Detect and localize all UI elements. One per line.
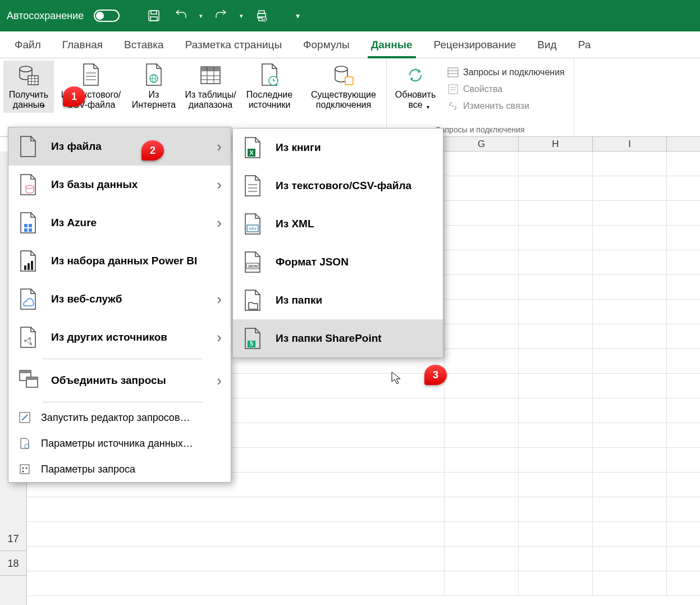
svg-rect-40 <box>28 263 30 270</box>
menu-from-database[interactable]: Из базы данных <box>8 166 231 204</box>
list-icon <box>447 67 459 78</box>
column-header[interactable]: H <box>519 137 593 151</box>
file-text-icon <box>243 175 262 197</box>
db-link-icon <box>331 63 356 88</box>
svg-rect-36 <box>29 224 32 227</box>
link-icon <box>447 100 459 112</box>
menu-from-web-services[interactable]: Из веб-служб <box>8 280 231 318</box>
chevron-down-icon: ▾ <box>42 103 45 109</box>
svg-point-34 <box>26 185 34 189</box>
menu-query-params[interactable]: Параметры запроса <box>8 456 231 482</box>
file-clock-icon <box>257 63 282 88</box>
props-icon <box>447 84 459 95</box>
query-params-icon <box>19 463 31 475</box>
save-icon[interactable] <box>145 7 162 24</box>
queries-connections-button[interactable]: Запросы и подключения <box>447 64 565 81</box>
tab-page-layout[interactable]: Разметка страницы <box>176 33 291 58</box>
file-web-icon <box>141 63 166 88</box>
combine-icon <box>19 369 38 392</box>
submenu-from-workbook[interactable]: X Из книги <box>233 129 443 167</box>
qat-customize-icon[interactable]: ▾ <box>296 11 300 20</box>
existing-connections-button[interactable]: Существующие подключения <box>304 61 383 113</box>
submenu-from-json[interactable]: JSON Формат JSON <box>233 243 443 281</box>
tab-file[interactable]: Файл <box>6 33 50 58</box>
menu-from-other[interactable]: Из других источников <box>8 318 231 356</box>
properties-button[interactable]: Свойства <box>447 81 565 98</box>
svg-text:X: X <box>249 149 254 156</box>
file-cloud-icon <box>19 288 38 310</box>
refresh-all-button[interactable]: Обновить все ▾ <box>390 61 441 118</box>
menu-source-params[interactable]: Параметры источника данных… <box>8 430 231 456</box>
menu-from-file[interactable]: Из файла <box>8 127 231 166</box>
autosave-toggle[interactable] <box>94 10 120 22</box>
svg-rect-27 <box>345 77 353 85</box>
file-azure-icon <box>19 212 38 234</box>
ribbon: Получить данные ▾ Из текстового/ CSV-фай… <box>0 58 700 137</box>
tab-formulas[interactable]: Формулы <box>294 33 359 58</box>
svg-rect-48 <box>26 377 38 380</box>
svg-text:JSON: JSON <box>248 264 258 268</box>
file-icon <box>19 135 38 158</box>
file-folder-icon <box>243 289 262 311</box>
badge-1: 1 <box>63 86 85 107</box>
svg-point-52 <box>22 467 24 469</box>
tab-extra[interactable]: Ра <box>569 33 600 58</box>
redo-dropdown-icon[interactable]: ▾ <box>240 12 243 20</box>
database-icon <box>16 63 41 88</box>
from-table-button[interactable]: Из таблицы/ диапазона <box>181 61 240 113</box>
row-header[interactable]: 18 <box>0 551 26 576</box>
menu-from-powerbi[interactable]: Из набора данных Power BI <box>8 242 231 280</box>
badge-2: 2 <box>141 140 164 161</box>
column-header[interactable]: G <box>445 137 519 151</box>
file-db-icon <box>19 173 38 196</box>
svg-point-54 <box>22 471 24 473</box>
svg-rect-37 <box>24 228 28 232</box>
redo-icon[interactable] <box>213 7 230 24</box>
undo-dropdown-icon[interactable]: ▾ <box>199 12 203 20</box>
tab-view[interactable]: Вид <box>528 33 565 58</box>
svg-rect-4 <box>259 11 264 13</box>
tab-insert[interactable]: Вставка <box>115 33 173 58</box>
ribbon-tabs: Файл Главная Вставка Разметка страницы Ф… <box>0 31 700 58</box>
svg-rect-20 <box>201 67 220 71</box>
row-header[interactable]: 17 <box>0 526 26 551</box>
edit-links-button[interactable]: Изменить связи <box>447 98 565 114</box>
svg-rect-1 <box>151 11 157 14</box>
menu-launch-editor[interactable]: Запустить редактор запросов… <box>8 405 231 430</box>
recent-sources-button[interactable]: Последние источники <box>241 61 298 113</box>
get-data-menu: Из файла Из базы данных Из Azure Из набо… <box>8 127 231 483</box>
file-json-icon: JSON <box>243 251 262 273</box>
file-other-icon <box>19 326 38 349</box>
tab-home[interactable]: Главная <box>53 33 112 58</box>
print-icon[interactable] <box>253 7 270 24</box>
menu-from-azure[interactable]: Из Azure <box>8 204 231 242</box>
cursor-icon <box>391 372 401 385</box>
svg-rect-46 <box>20 370 31 373</box>
from-file-submenu: X Из книги Из текстового/CSV-файла <◊> И… <box>232 128 443 358</box>
source-params-icon <box>19 437 31 450</box>
svg-rect-2 <box>150 17 157 21</box>
tab-data[interactable]: Данные <box>362 33 422 58</box>
column-header[interactable]: I <box>593 137 667 151</box>
file-powerbi-icon <box>19 250 38 272</box>
badge-3: 3 <box>424 365 447 385</box>
svg-rect-41 <box>31 261 33 270</box>
submenu-from-sharepoint[interactable]: S Из папки SharePoint <box>233 319 443 358</box>
svg-point-26 <box>335 66 347 72</box>
from-web-button[interactable]: Из Интернета <box>128 61 180 113</box>
file-csv-icon <box>79 63 103 88</box>
autosave-label: Автосохранение <box>7 10 84 22</box>
menu-combine[interactable]: Объединить запросы <box>8 361 231 400</box>
svg-rect-8 <box>28 76 38 85</box>
table-icon <box>198 63 223 88</box>
chevron-down-icon: ▾ <box>427 104 429 111</box>
svg-text:<◊>: <◊> <box>249 226 257 231</box>
get-data-button[interactable]: Получить данные ▾ <box>3 61 54 113</box>
svg-point-7 <box>20 66 32 72</box>
submenu-from-csv[interactable]: Из текстового/CSV-файла <box>233 167 443 205</box>
titlebar: Автосохранение ▾ ▾ ▾ <box>0 0 700 31</box>
tab-review[interactable]: Рецензирование <box>425 33 525 58</box>
submenu-from-xml[interactable]: <◊> Из XML <box>233 205 443 243</box>
submenu-from-folder[interactable]: Из папки <box>233 281 443 319</box>
undo-icon[interactable] <box>172 7 189 24</box>
